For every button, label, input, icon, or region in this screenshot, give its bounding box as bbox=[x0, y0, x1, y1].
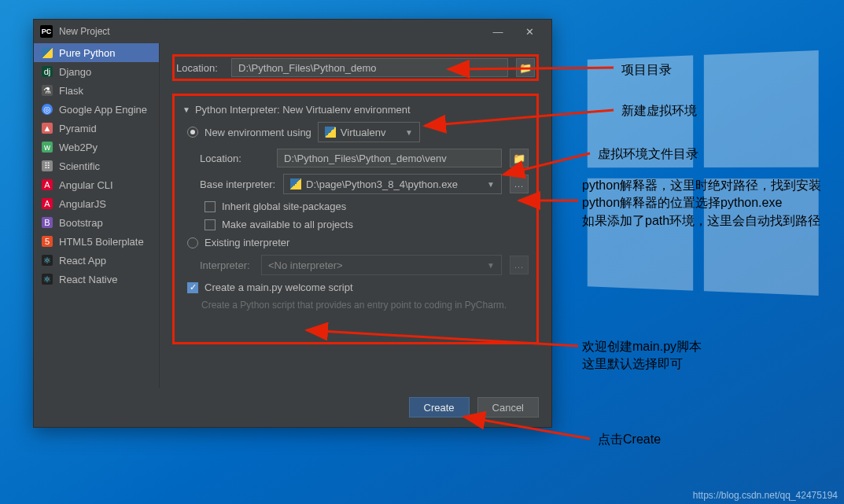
base-interpreter-label: Base interpreter: bbox=[182, 178, 275, 190]
location-input[interactable] bbox=[231, 58, 508, 77]
sidebar-item-label: Bootstrap bbox=[59, 217, 103, 229]
annotation-project-dir: 项目目录 bbox=[621, 61, 672, 79]
sidebar-item-label: Angular CLI bbox=[59, 179, 113, 191]
new-project-dialog: PC New Project — ✕ Pure PythondjDjango⚗F… bbox=[33, 19, 552, 428]
sidebar-item-icon: 5 bbox=[42, 236, 53, 247]
sidebar-item-label: HTML5 Boilerplate bbox=[59, 236, 144, 248]
annotation-interpreter: python解释器，这里时绝对路径，找到安装python解释器的位置选择pyth… bbox=[582, 177, 834, 230]
sidebar-item-label: Pyramid bbox=[59, 123, 97, 134]
close-button[interactable]: ✕ bbox=[514, 20, 545, 42]
existing-interpreter-radio-row: Existing interpreter bbox=[182, 237, 529, 248]
annotation-mainpy: 欢迎创建main.py脚本 这里默认选择即可 bbox=[582, 338, 702, 373]
title-bar: PC New Project — ✕ bbox=[34, 20, 551, 43]
folder-icon: 📁 bbox=[519, 62, 532, 74]
folder-icon: 📁 bbox=[513, 153, 525, 164]
sidebar-item-angularjs[interactable]: AAngularJS bbox=[34, 194, 159, 213]
main-panel: Location: 📁 ▼ Python Interpreter: New Vi… bbox=[160, 43, 551, 388]
project-type-sidebar: Pure PythondjDjango⚗Flask◎Google App Eng… bbox=[34, 43, 160, 388]
browse-existing-interpreter-button: ... bbox=[510, 256, 529, 274]
inherit-checkbox[interactable] bbox=[205, 201, 216, 212]
sidebar-item-react-app[interactable]: ⚛React App bbox=[34, 251, 159, 270]
sidebar-item-icon: ◎ bbox=[42, 104, 53, 115]
browse-location-button[interactable]: 📁 bbox=[516, 58, 535, 77]
new-env-radio-row: New environment using Virtualenv ▼ bbox=[182, 122, 529, 142]
chevron-down-icon: ▼ bbox=[405, 128, 413, 137]
sidebar-item-label: React App bbox=[59, 255, 106, 267]
sidebar-item-pure-python[interactable]: Pure Python bbox=[34, 43, 159, 62]
annotation-new-venv: 新建虚拟环境 bbox=[621, 102, 697, 120]
sidebar-item-html5-boilerplate[interactable]: 5HTML5 Boilerplate bbox=[34, 232, 159, 251]
sidebar-item-icon: ⚛ bbox=[42, 274, 53, 285]
inherit-checkbox-row: Inherit global site-packages bbox=[182, 200, 529, 212]
pycharm-icon: PC bbox=[40, 25, 53, 38]
existing-interpreter-radio[interactable] bbox=[187, 237, 198, 248]
venv-location-input[interactable] bbox=[277, 149, 502, 167]
dialog-footer: Create Cancel bbox=[34, 388, 551, 427]
sidebar-item-label: AngularJS bbox=[59, 198, 106, 210]
sidebar-item-icon: ⚛ bbox=[42, 255, 53, 266]
venv-location-row: Location: 📁 bbox=[182, 149, 529, 167]
dialog-body: Pure PythondjDjango⚗Flask◎Google App Eng… bbox=[34, 43, 551, 388]
interpreter-header-label: Python Interpreter: New Virtualenv envir… bbox=[195, 104, 411, 116]
existing-interpreter-label: Existing interpreter bbox=[205, 237, 289, 248]
sidebar-item-icon bbox=[42, 47, 53, 58]
sidebar-item-icon: A bbox=[42, 198, 53, 209]
existing-interpreter-combo: <No interpreter> ▼ bbox=[261, 255, 502, 275]
create-button[interactable]: Create bbox=[409, 397, 470, 418]
browse-interpreter-button[interactable]: ... bbox=[510, 175, 529, 193]
sidebar-item-google-app-engine[interactable]: ◎Google App Engine bbox=[34, 100, 159, 119]
sidebar-item-web2py[interactable]: wWeb2Py bbox=[34, 138, 159, 156]
virtualenv-combo-label: Virtualenv bbox=[341, 127, 386, 138]
sidebar-item-icon: B bbox=[42, 217, 53, 228]
sidebar-item-django[interactable]: djDjango bbox=[34, 62, 159, 81]
sidebar-item-icon: A bbox=[42, 179, 53, 190]
base-interpreter-combo[interactable]: D:\page\Python3_8_4\python.exe ▼ bbox=[283, 174, 502, 194]
minimize-button[interactable]: — bbox=[482, 20, 514, 42]
sidebar-item-react-native[interactable]: ⚛React Native bbox=[34, 270, 159, 289]
sidebar-item-flask[interactable]: ⚗Flask bbox=[34, 81, 159, 100]
sidebar-item-icon: dj bbox=[42, 66, 53, 77]
makeavail-label: Make available to all projects bbox=[222, 219, 353, 230]
sidebar-item-scientific[interactable]: ⠿Scientific bbox=[34, 156, 159, 175]
interpreter-sub-label: Interpreter: bbox=[182, 259, 253, 271]
annotation-click-create: 点击Create bbox=[598, 431, 661, 448]
sidebar-item-icon: ⚗ bbox=[42, 85, 53, 96]
sidebar-item-icon: ▲ bbox=[42, 123, 53, 134]
sidebar-item-label: Pure Python bbox=[59, 47, 116, 59]
location-label: Location: bbox=[176, 62, 223, 74]
python-icon bbox=[290, 178, 301, 189]
sidebar-item-label: Flask bbox=[59, 85, 83, 97]
makeavail-checkbox[interactable] bbox=[205, 219, 216, 230]
new-env-radio[interactable] bbox=[187, 127, 198, 138]
interpreter-header[interactable]: ▼ Python Interpreter: New Virtualenv env… bbox=[182, 104, 529, 116]
sidebar-item-icon: ⠿ bbox=[42, 160, 53, 171]
no-interpreter-label: <No interpreter> bbox=[268, 259, 343, 271]
create-mainpy-label: Create a main.py welcome script bbox=[205, 281, 353, 293]
create-mainpy-hint: Create a Python script that provides an … bbox=[182, 300, 529, 311]
sidebar-item-label: React Native bbox=[59, 274, 117, 285]
create-mainpy-checkbox[interactable]: ✓ bbox=[187, 282, 198, 293]
makeavail-checkbox-row: Make available to all projects bbox=[182, 219, 529, 230]
chevron-down-icon: ▼ bbox=[182, 105, 190, 114]
window-title: New Project bbox=[59, 26, 482, 37]
new-env-label: New environment using bbox=[205, 127, 311, 138]
virtualenv-combo[interactable]: Virtualenv ▼ bbox=[318, 122, 420, 142]
location-row: Location: 📁 bbox=[172, 54, 539, 81]
browse-venv-location-button[interactable]: 📁 bbox=[510, 149, 529, 167]
interpreter-section: ▼ Python Interpreter: New Virtualenv env… bbox=[172, 94, 539, 344]
watermark: https://blog.csdn.net/qq_42475194 bbox=[693, 490, 838, 501]
sidebar-item-pyramid[interactable]: ▲Pyramid bbox=[34, 119, 159, 138]
base-interpreter-value: D:\page\Python3_8_4\python.exe bbox=[306, 178, 458, 190]
sidebar-item-icon: w bbox=[42, 142, 53, 153]
chevron-down-icon: ▼ bbox=[487, 261, 495, 270]
sidebar-item-angular-cli[interactable]: AAngular CLI bbox=[34, 175, 159, 194]
cancel-button[interactable]: Cancel bbox=[477, 397, 539, 418]
sidebar-item-label: Google App Engine bbox=[59, 104, 147, 116]
venv-location-label: Location: bbox=[182, 153, 269, 164]
create-mainpy-row: ✓ Create a main.py welcome script bbox=[182, 281, 529, 293]
sidebar-item-label: Web2Py bbox=[59, 142, 98, 153]
annotation-venv-dir: 虚拟环境文件目录 bbox=[598, 145, 698, 163]
python-icon bbox=[325, 127, 336, 138]
sidebar-item-bootstrap[interactable]: BBootstrap bbox=[34, 213, 159, 232]
windows-logo bbox=[588, 50, 819, 296]
